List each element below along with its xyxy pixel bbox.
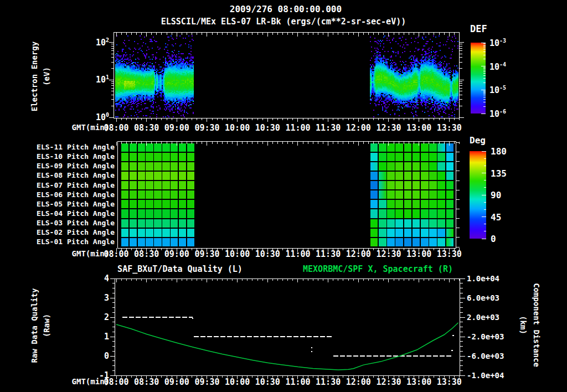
pitch-angle-cell — [130, 172, 137, 180]
pitch-angle-cell — [421, 238, 429, 246]
pitch-angle-cell — [162, 200, 169, 208]
pitch-angle-cell — [171, 181, 178, 189]
pitch-angle-cell — [138, 153, 145, 161]
pitch-angle-cell — [162, 153, 169, 161]
pitch-angle-cell — [179, 238, 186, 246]
pitch-angle-cell — [446, 162, 454, 171]
pitch-angle-cell — [387, 238, 395, 246]
energy-tick-label: 100 — [83, 112, 109, 122]
pitch-angle-cell — [446, 209, 454, 218]
row-label-els-11: ELS-11 Pitch Angle — [22, 143, 115, 151]
pitch-angle-cell — [404, 143, 412, 152]
pitch-angle-cell — [121, 219, 128, 228]
pitch-angle-cell — [395, 181, 403, 189]
pitch-angle-cell — [187, 209, 194, 218]
pitch-angle-cell — [387, 229, 395, 237]
pitch-angle-cell — [130, 238, 137, 246]
pitch-angle-cell — [130, 190, 137, 199]
pitch-angle-cell — [171, 238, 178, 246]
time-tick-label-middle: 08:30 — [131, 249, 162, 259]
pitch-angle-cell — [379, 181, 386, 189]
pitch-angle-cell — [413, 181, 420, 189]
time-tick-label-middle: 13:00 — [404, 249, 435, 259]
pitch-angle-cell — [171, 209, 178, 218]
pitch-angle-cell — [121, 172, 128, 180]
pitch-angle-cell — [370, 229, 378, 237]
pitch-angle-cell — [437, 172, 445, 180]
deg-colorbar-title: Deg — [470, 135, 486, 146]
pitch-angle-cell — [370, 200, 378, 208]
pitch-angle-cell — [187, 190, 194, 199]
pitch-angle-cell — [146, 229, 153, 237]
pitch-angle-cell — [121, 238, 128, 246]
page-subtitle: ELSSCIL/MEx ELS-07 LR-Bk (ergs/(cm**2-sr… — [117, 17, 450, 27]
pitch-angle-cell — [138, 238, 145, 246]
quality-stray-point — [311, 351, 313, 352]
pitch-angle-cell — [187, 219, 194, 228]
pitch-angle-cell — [146, 209, 153, 218]
time-tick-label-bottom: 09:30 — [192, 377, 223, 387]
pitch-angle-cell — [370, 181, 378, 189]
distance-tick-label: -2.0e+03 — [467, 332, 508, 341]
time-tick-label-top: 09:00 — [161, 123, 192, 133]
pitch-angle-cell — [171, 219, 178, 228]
pitch-angle-cell — [154, 238, 161, 246]
row-label-els-05: ELS-05 Pitch Angle — [22, 200, 115, 208]
pitch-angle-cell — [387, 181, 395, 189]
pitch-angle-cell — [446, 219, 454, 228]
pitch-angle-cell — [387, 143, 395, 152]
deg-tick-label: 180 — [491, 146, 518, 157]
pitch-angle-cell — [387, 219, 395, 228]
electron-energy-axis-label: Electron Energy — [30, 16, 39, 137]
pitch-angle-cell — [404, 229, 412, 237]
pitch-angle-cell — [421, 190, 429, 199]
row-label-els-10: ELS-10 Pitch Angle — [22, 152, 115, 161]
raw-quality-tick-label: 4 — [83, 274, 109, 283]
pitch-angle-cell — [146, 143, 153, 152]
component-distance-axis-label: Component Distance — [532, 264, 541, 386]
pitch-angle-cell — [395, 219, 403, 228]
pitch-angle-cell — [446, 200, 454, 208]
pitch-angle-cell — [130, 209, 137, 218]
raw-quality-tick-label: 1 — [83, 332, 109, 342]
pitch-angle-cell — [179, 162, 186, 171]
pitch-angle-cell — [429, 238, 437, 246]
time-tick-label-bottom: 13:00 — [404, 377, 435, 387]
pitch-angle-cell — [154, 209, 161, 218]
pitch-angle-cell — [437, 143, 445, 152]
energy-tick-label-exp: 0 — [106, 112, 109, 118]
pitch-angle-cell — [370, 172, 378, 180]
pitch-angle-cell — [171, 143, 178, 152]
pitch-angle-cell — [187, 162, 194, 171]
pitch-angle-cell — [162, 181, 169, 189]
pitch-angle-cell — [130, 229, 137, 237]
pitch-angle-cell — [421, 143, 429, 152]
pitch-angle-cell — [162, 190, 169, 199]
deg-tick-label: 0 — [491, 234, 518, 244]
def-tick-label-exp: -6 — [499, 109, 506, 115]
pitch-angle-cell — [421, 219, 429, 228]
pitch-angle-cell — [146, 200, 153, 208]
pitch-angle-cell — [379, 143, 386, 152]
pitch-angle-cell — [429, 162, 437, 171]
time-tick-label-bottom: 13:30 — [434, 377, 465, 387]
pitch-angle-cell — [437, 153, 445, 161]
row-label-els-07: ELS-07 Pitch Angle — [22, 181, 115, 189]
pitch-angle-cell — [130, 200, 137, 208]
pitch-angle-cell — [138, 143, 145, 152]
pitch-angle-cell — [154, 229, 161, 237]
time-tick-label-middle: 11:00 — [282, 249, 313, 259]
pitch-angle-cell — [413, 172, 420, 180]
pitch-angle-cell — [146, 238, 153, 246]
pitch-angle-cell — [121, 181, 128, 189]
pitch-angle-cell — [370, 143, 378, 152]
pitch-angle-cell — [437, 238, 445, 246]
spacecraft-x-distance-curve — [116, 323, 458, 370]
row-label-els-01: ELS-01 Pitch Angle — [22, 238, 115, 246]
pitch-angle-cell — [421, 229, 429, 237]
raw-quality-tick-label: 3 — [83, 293, 109, 303]
time-tick-label-bottom: 10:30 — [252, 377, 283, 387]
pitch-angle-cell — [421, 181, 429, 189]
pitch-angle-cell — [404, 181, 412, 189]
time-tick-label-top: 13:30 — [434, 123, 465, 133]
